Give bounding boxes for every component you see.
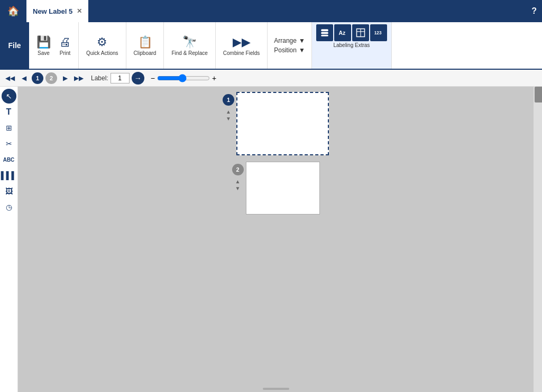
position-chevron-icon: ▼ (299, 46, 305, 54)
combine-fields-button[interactable]: ▶▶ Combine Fields (220, 34, 263, 57)
svg-rect-0 (321, 29, 328, 31)
zoom-slider[interactable] (157, 74, 210, 82)
arrange-chevron-icon: ▼ (299, 37, 305, 44)
label-collapse-icon-1[interactable]: ▼ (226, 116, 231, 122)
svg-text:123: 123 (374, 31, 382, 35)
combine-fields-label: Combine Fields (223, 50, 260, 56)
label-card-1[interactable] (236, 92, 329, 155)
abc-tool-button[interactable]: ABC (2, 152, 16, 167)
le-table-button[interactable] (352, 24, 369, 41)
save-print-group: 💾 Save 🖨 Print (29, 22, 79, 69)
nav-page-1[interactable]: 1 (32, 72, 43, 84)
label-collapse-icon-2[interactable]: ▼ (235, 185, 241, 191)
label-text: Label: (91, 74, 108, 82)
wire-tool-button[interactable]: ✂ (2, 136, 16, 151)
right-scrollbar[interactable] (534, 87, 542, 392)
canvas-area: 1 ▲ ▼ 2 ▲ ▼ (18, 87, 534, 392)
nav-go-button[interactable]: → (132, 72, 144, 85)
svg-rect-1 (321, 32, 328, 34)
barcode-tool-button[interactable]: ⊞ (2, 120, 16, 135)
label-badge-1: 1 (223, 94, 234, 106)
scroll-thumb[interactable] (535, 87, 542, 102)
save-label: Save (38, 50, 50, 56)
find-replace-icon: 🔭 (182, 35, 197, 49)
title-bar: 🏠 New Label 5 ✕ ? (0, 0, 542, 22)
labeling-extras-label: Labeling Extras (333, 42, 370, 48)
save-icon: 💾 (36, 35, 51, 49)
quick-actions-group: ⚙ Quick Actions (79, 22, 126, 69)
barcode2-tool-button[interactable]: ▌▌▌ (2, 168, 16, 183)
le-az-button[interactable]: Az (334, 24, 351, 41)
label-card-2[interactable] (246, 162, 320, 214)
clipboard-label: Clipboard (134, 50, 157, 56)
svg-rect-2 (321, 35, 328, 36)
labeling-extras-group: Az 123 Labeling Extras (312, 22, 392, 69)
label-expand-icon-2[interactable]: ▲ (235, 179, 241, 184)
find-replace-group: 🔭 Find & Replace (164, 22, 215, 69)
label-item-1: 1 ▲ ▼ (223, 92, 329, 155)
shape-tool-button[interactable]: ◷ (2, 200, 16, 214)
print-label: Print (60, 50, 71, 56)
label-badge-2: 2 (232, 164, 244, 175)
print-button[interactable]: 🖨 Print (56, 34, 74, 57)
find-replace-label: Find & Replace (171, 50, 207, 56)
nav-next-button[interactable]: ▶ (59, 72, 71, 84)
combine-fields-group: ▶▶ Combine Fields (216, 22, 268, 69)
position-label: Position (274, 46, 297, 54)
help-button[interactable]: ? (531, 6, 542, 16)
nav-bar: ◀◀ ◀ 1 2 ▶ ▶▶ Label: → − + (0, 70, 542, 87)
nav-page-2[interactable]: 2 (45, 72, 57, 84)
arrange-position-group: Arrange ▼ Position ▼ (268, 22, 312, 69)
zoom-in-icon[interactable]: + (212, 74, 216, 82)
zoom-bar: − + (151, 74, 216, 82)
nav-prev-button[interactable]: ◀ (18, 72, 30, 84)
labeling-extras-icons: Az 123 (316, 24, 387, 41)
select-tool-button[interactable]: ↖ (2, 89, 16, 104)
zoom-out-icon[interactable]: − (151, 74, 155, 82)
nav-first-button[interactable]: ◀◀ (4, 72, 16, 84)
print-icon: 🖨 (59, 35, 71, 49)
label-side-controls-1: ▲ ▼ (226, 109, 231, 122)
clipboard-group: 📋 Clipboard (126, 22, 164, 69)
quick-actions-label: Quick Actions (86, 50, 118, 56)
combine-fields-icon: ▶▶ (233, 35, 251, 49)
main-content: ↖ T ⊞ ✂ ABC ▌▌▌ 🖼 ◷ 1 ▲ ▼ 2 ▲ (0, 87, 542, 392)
svg-text:Az: Az (338, 30, 345, 36)
label-number-input[interactable] (111, 73, 130, 83)
label-item-2: 2 ▲ ▼ (232, 162, 320, 214)
file-menu-button[interactable]: File (0, 22, 29, 69)
label-expand-icon-1[interactable]: ▲ (226, 109, 231, 115)
find-replace-button[interactable]: 🔭 Find & Replace (168, 34, 210, 57)
ribbon: File 💾 Save 🖨 Print ⚙ Quick Actions 📋 Cl… (0, 22, 542, 70)
tab-title: New Label 5 (33, 7, 72, 15)
label-side-controls-2: ▲ ▼ (235, 179, 241, 191)
le-db-button[interactable] (316, 24, 333, 41)
clipboard-icon: 📋 (138, 35, 152, 49)
tab-new-label[interactable]: New Label 5 ✕ (26, 0, 88, 22)
left-toolbar: ↖ T ⊞ ✂ ABC ▌▌▌ 🖼 ◷ (0, 87, 18, 392)
arrange-label: Arrange (274, 37, 297, 44)
save-button[interactable]: 💾 Save (33, 34, 54, 57)
text-tool-button[interactable]: T (2, 105, 16, 119)
quick-actions-button[interactable]: ⚙ Quick Actions (83, 34, 122, 57)
quick-actions-icon: ⚙ (97, 35, 107, 49)
nav-last-button[interactable]: ▶▶ (73, 72, 85, 84)
tab-close-button[interactable]: ✕ (77, 7, 82, 15)
image-tool-button[interactable]: 🖼 (2, 184, 16, 199)
label-input-area: Label: → (91, 72, 144, 85)
clipboard-button[interactable]: 📋 Clipboard (131, 34, 160, 57)
home-button[interactable]: 🏠 (0, 0, 26, 22)
scroll-handle (263, 388, 289, 390)
position-button[interactable]: Position ▼ (272, 45, 307, 55)
le-serial-button[interactable]: 123 (370, 24, 387, 41)
arrange-button[interactable]: Arrange ▼ (272, 36, 307, 45)
